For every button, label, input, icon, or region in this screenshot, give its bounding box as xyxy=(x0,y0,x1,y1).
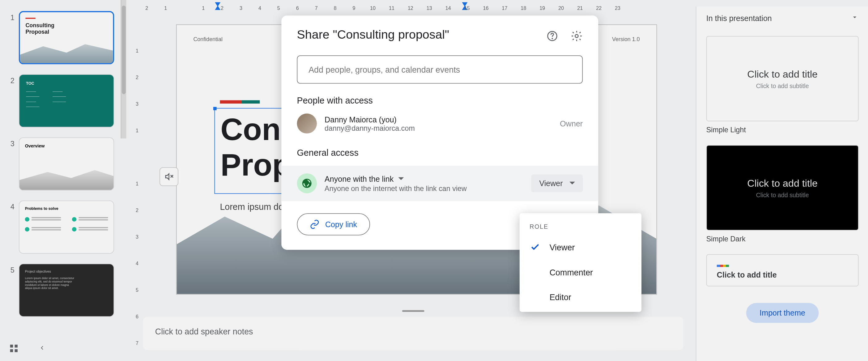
theme-label: Simple Dark xyxy=(706,235,859,243)
theme-simple-light[interactable]: Click to add title Click to add subtitle xyxy=(706,36,859,121)
grid-view-icon[interactable] xyxy=(9,343,19,353)
thumbnail-slide-4[interactable]: Problems to solve xyxy=(19,201,114,254)
theme-title-placeholder: Click to add title xyxy=(747,68,817,80)
copy-link-button[interactable]: Copy link xyxy=(297,213,370,236)
voice-type-icon[interactable] xyxy=(159,167,178,186)
chevron-left-icon[interactable] xyxy=(39,343,45,353)
slide-thumbnail-panel: 1 ConsultingProposal 2 TOC —————————————… xyxy=(0,0,126,361)
role-dropdown-button[interactable]: Viewer xyxy=(531,174,583,192)
speaker-notes-area[interactable]: Click to add speaker notes xyxy=(143,317,683,350)
person-email: danny@danny-maiorca.com xyxy=(324,124,552,132)
role-option-commenter[interactable]: Commenter xyxy=(520,260,642,285)
slide-confidential-text: Confidential xyxy=(193,36,223,42)
role-option-viewer[interactable]: Viewer xyxy=(520,234,642,260)
gear-icon[interactable] xyxy=(570,30,583,44)
theme-subtitle-placeholder: Click to add subtitle xyxy=(756,82,809,89)
import-theme-button[interactable]: Import theme xyxy=(746,303,818,323)
theme-subtitle-placeholder: Click to add subtitle xyxy=(756,191,809,198)
role-option-editor[interactable]: Editor xyxy=(520,285,642,310)
share-dialog-title: Share "Consulting proposal" xyxy=(297,28,546,42)
role-menu: ROLE Viewer Commenter Editor xyxy=(520,213,642,312)
thumb-title: ConsultingProposal xyxy=(25,22,107,35)
general-access-heading: General access xyxy=(297,148,583,158)
svg-point-8 xyxy=(575,35,578,38)
thumb-number: 1 xyxy=(8,11,14,22)
svg-rect-3 xyxy=(14,349,17,352)
thumb-number: 2 xyxy=(8,74,14,85)
thumb-title: Overview xyxy=(25,143,108,148)
svg-rect-2 xyxy=(10,349,13,352)
help-icon[interactable] xyxy=(546,30,558,44)
thumbnail-slide-3[interactable]: Overview xyxy=(19,137,114,190)
person-role: Owner xyxy=(560,119,583,128)
person-row: Danny Maiorca (you) danny@danny-maiorca.… xyxy=(297,114,583,133)
slide-accent-bar xyxy=(220,100,260,103)
thumb-title: TOC xyxy=(26,81,107,85)
role-menu-header: ROLE xyxy=(520,218,642,234)
thumb-title: Problems to solve xyxy=(25,207,108,210)
theme-title-placeholder: Click to add title xyxy=(717,270,777,279)
theme-simple-dark[interactable]: Click to add title Click to add subtitle xyxy=(706,145,859,231)
themes-panel-heading: In this presentation xyxy=(706,13,772,23)
vertical-ruler: 123112345678910 xyxy=(129,11,140,310)
svg-rect-1 xyxy=(14,344,17,348)
globe-icon xyxy=(297,173,317,193)
person-name: Danny Maiorca (you) xyxy=(324,115,552,124)
theme-label: Simple Light xyxy=(706,126,859,134)
theme-streamline[interactable]: Click to add title xyxy=(706,254,859,287)
svg-point-7 xyxy=(552,38,553,39)
theme-title-placeholder: Click to add title xyxy=(747,177,817,189)
thumbnail-slide-5[interactable]: Project objectives Lorem ipsum dolor sit… xyxy=(19,264,114,317)
general-access-row: Anyone with the link Anyone on the inter… xyxy=(281,166,598,201)
check-icon xyxy=(529,242,540,252)
slide-version-text: Version 1.0 xyxy=(612,36,640,42)
link-scope-dropdown[interactable]: Anyone with the link xyxy=(324,174,524,183)
thumb-title: Project objectives xyxy=(25,270,108,273)
thumbnail-slide-2[interactable]: TOC —————————————— ——————————— xyxy=(19,74,114,127)
add-people-input[interactable] xyxy=(297,55,583,84)
themes-panel: In this presentation Click to add title … xyxy=(696,7,868,361)
avatar xyxy=(297,114,317,133)
thumb-number: 5 xyxy=(8,264,14,274)
chevron-down-icon[interactable] xyxy=(851,13,859,23)
thumb-number: 3 xyxy=(8,137,14,148)
svg-rect-0 xyxy=(10,344,13,348)
thumbnail-slide-1[interactable]: ConsultingProposal xyxy=(19,11,114,64)
link-scope-description: Anyone on the internet with the link can… xyxy=(324,184,524,192)
horizontal-ruler: 21 1234567891011121314151617181920212223 xyxy=(137,0,687,11)
slide-subtitle-text: Lorem ipsum do xyxy=(220,202,283,212)
people-with-access-heading: People with access xyxy=(297,96,583,106)
thumbnail-scrollbar[interactable] xyxy=(121,0,126,139)
speaker-notes-placeholder: Click to add speaker notes xyxy=(155,327,253,336)
thumb-number: 4 xyxy=(8,201,14,211)
